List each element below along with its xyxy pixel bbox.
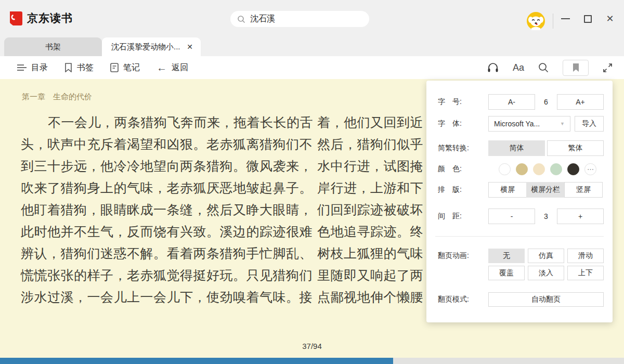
spacing-increase-button[interactable]: + bbox=[557, 209, 604, 224]
font-size-decrease-button[interactable]: A- bbox=[488, 94, 535, 110]
layout-landscape-button[interactable]: 横屏 bbox=[488, 182, 527, 198]
font-family-selected: Microsoft Ya... bbox=[494, 120, 540, 128]
maximize-button[interactable] bbox=[583, 14, 592, 23]
search-in-book-icon[interactable] bbox=[538, 62, 549, 73]
font-family-label: 字 体: bbox=[438, 119, 477, 128]
layout-landscape-columns-button[interactable]: 横屏分栏 bbox=[526, 182, 565, 198]
spacing-decrease-button[interactable]: - bbox=[488, 209, 535, 224]
animation-updown-button[interactable]: 上下 bbox=[567, 266, 604, 280]
text-line: 涉水过溪，一会儿上一会儿下，使劲嗅着气味。接 bbox=[21, 286, 310, 308]
font-settings-button[interactable]: Aa bbox=[513, 62, 524, 73]
toolbar-left: 目录 书签 笔记 ← 返回 bbox=[17, 56, 188, 79]
page-mode-row: 翻页模式: 自动翻页 bbox=[438, 292, 592, 307]
chevron-down-icon: ▼ bbox=[560, 121, 565, 126]
minimize-button[interactable] bbox=[561, 14, 570, 23]
page-animation-row-2: 覆盖 淡入 上下 bbox=[438, 265, 592, 281]
reading-progress-fill bbox=[0, 358, 393, 364]
reading-progress-bar[interactable] bbox=[0, 358, 624, 364]
color-swatch-white[interactable] bbox=[499, 163, 511, 175]
panel-divider bbox=[435, 236, 604, 237]
tab-current-book[interactable]: 沈石溪挚爱动物小... ✕ bbox=[102, 37, 201, 56]
font-size-label: 字 号: bbox=[438, 97, 477, 107]
text-line: 此时他并不生气，反而饶有兴致。溪边的踪迹很难 bbox=[21, 220, 310, 242]
fullscreen-icon[interactable] bbox=[603, 63, 613, 73]
simplified-button[interactable]: 简体 bbox=[488, 140, 545, 156]
font-family-controls: Microsoft Ya... ▼ 导入 bbox=[488, 116, 604, 132]
font-size-value: 6 bbox=[535, 98, 557, 106]
page-indicator: 37/94 bbox=[0, 342, 624, 350]
toolbar-right: Aa bbox=[487, 56, 613, 79]
animation-cover-button[interactable]: 覆盖 bbox=[488, 266, 525, 280]
import-font-button[interactable]: 导入 bbox=[575, 116, 604, 132]
jd-read-logo-icon bbox=[8, 11, 22, 25]
text-line: 不一会儿，两条猎狗飞奔而来，拖着长长的舌 bbox=[21, 111, 310, 133]
page-mode-label: 翻页模式: bbox=[438, 295, 477, 304]
page-animation-row-1: 翻页动画: 无 仿真 滑动 bbox=[438, 248, 592, 264]
color-swatch-green[interactable] bbox=[550, 163, 562, 175]
close-icon: ✕ bbox=[606, 14, 614, 23]
text-column-left: 不一会儿，两条猎狗飞奔而来，拖着长长的舌 头，吠声中充斥着渴望和凶狠。老赤狐离猎… bbox=[21, 111, 310, 308]
page-animation-controls-2: 覆盖 淡入 上下 bbox=[488, 265, 604, 281]
user-avatar[interactable] bbox=[527, 12, 545, 30]
layout-row: 排 版: 横屏 横屏分栏 竖屏 bbox=[438, 182, 592, 198]
listen-headphones-icon[interactable] bbox=[487, 62, 499, 73]
app-title: 京东读书 bbox=[27, 11, 73, 25]
text-line: 慌慌张张的样子，老赤狐觉得挺好玩。只见猎狗们 bbox=[21, 264, 310, 286]
page-animation-label: 翻页动画: bbox=[438, 251, 477, 261]
color-swatch-cream[interactable] bbox=[533, 163, 545, 175]
conversion-controls: 简体 繁体 bbox=[488, 140, 604, 156]
font-family-row: 字 体: Microsoft Ya... ▼ 导入 bbox=[438, 116, 592, 132]
color-label: 颜 色: bbox=[438, 164, 477, 174]
note-icon bbox=[110, 63, 119, 72]
search-input[interactable] bbox=[250, 15, 354, 24]
font-size-row: 字 号: A- 6 A+ bbox=[438, 94, 592, 110]
toc-button[interactable]: 目录 bbox=[17, 62, 48, 73]
spacing-value: 3 bbox=[535, 212, 557, 220]
auto-page-turn-button[interactable]: 自动翻页 bbox=[488, 292, 604, 307]
tab-bar: 书架 沈石溪挚爱动物小... ✕ bbox=[0, 37, 624, 56]
app-logo: 京东读书 bbox=[8, 11, 73, 25]
font-size-controls: A- 6 A+ bbox=[488, 94, 604, 110]
color-swatch-tan[interactable] bbox=[516, 163, 528, 175]
color-row: 颜 色: ⋯ bbox=[438, 161, 592, 177]
animation-slide-button[interactable]: 滑动 bbox=[567, 249, 604, 263]
window-controls: ✕ bbox=[561, 0, 615, 37]
spacing-controls: - 3 + bbox=[488, 209, 604, 224]
bookmark-list-button[interactable]: 书签 bbox=[64, 62, 94, 73]
display-settings-panel: 字 号: A- 6 A+ 字 体: Microsoft Ya... ▼ 导入 简… bbox=[426, 81, 613, 322]
notes-label: 笔记 bbox=[123, 62, 140, 73]
layout-portrait-button[interactable]: 竖屏 bbox=[564, 182, 603, 198]
text-line: 到三十步远，他冷冷地望向两条猎狗。微风袭来， bbox=[21, 155, 310, 177]
spacing-row: 间 距: - 3 + bbox=[438, 209, 592, 224]
back-arrow-icon: ← bbox=[157, 62, 167, 73]
font-size-increase-button[interactable]: A+ bbox=[557, 94, 604, 110]
toc-label: 目录 bbox=[31, 62, 48, 73]
chapter-title: 第一章 生命的代价 bbox=[22, 92, 92, 102]
text-line: 头，吠声中充斥着渴望和凶狠。老赤狐离猎狗们不 bbox=[21, 133, 310, 155]
conversion-label: 简繁转换: bbox=[438, 144, 477, 153]
tab-close-icon[interactable]: ✕ bbox=[187, 43, 193, 51]
text-line: 他盯着猎狗，眼睛眯成一条缝，然后又睁大眼睛， bbox=[21, 199, 310, 220]
back-button[interactable]: ← 返回 bbox=[157, 62, 188, 73]
close-button[interactable]: ✕ bbox=[605, 14, 615, 23]
search-box[interactable] bbox=[230, 11, 369, 27]
animation-fade-button[interactable]: 淡入 bbox=[528, 266, 564, 280]
more-colors-button[interactable]: ⋯ bbox=[584, 163, 596, 175]
page-animation-controls-1: 无 仿真 滑动 bbox=[488, 248, 604, 264]
search-icon bbox=[237, 15, 245, 23]
animation-realistic-button[interactable]: 仿真 bbox=[528, 249, 564, 263]
layout-controls: 横屏 横屏分栏 竖屏 bbox=[488, 182, 604, 198]
notes-button[interactable]: 笔记 bbox=[110, 62, 140, 73]
app-window: 京东读书 ✕ 书架 bbox=[0, 0, 624, 364]
font-family-dropdown[interactable]: Microsoft Ya... ▼ bbox=[488, 116, 570, 132]
add-bookmark-button[interactable] bbox=[563, 60, 589, 76]
text-line: 辨认，猎狗们迷惑不解。看着两条猎狗手忙脚乱、 bbox=[21, 242, 310, 264]
titlebar-divider bbox=[553, 14, 553, 29]
traditional-button[interactable]: 繁体 bbox=[547, 140, 604, 156]
tab-label: 沈石溪挚爱动物小... bbox=[111, 42, 180, 52]
tab-bookshelf[interactable]: 书架 bbox=[4, 37, 102, 56]
minimize-icon bbox=[561, 18, 570, 19]
color-swatch-dark[interactable] bbox=[567, 163, 579, 175]
animation-none-button[interactable]: 无 bbox=[488, 249, 525, 263]
bookmark-filled-icon bbox=[573, 63, 579, 72]
